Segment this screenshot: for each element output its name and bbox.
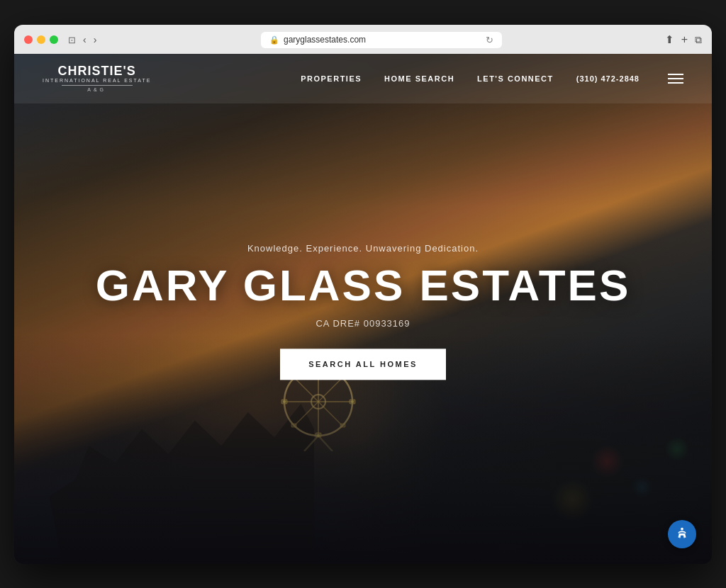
navbar: CHRISTIE'S INTERNATIONAL REAL ESTATE A&G… xyxy=(14,54,712,103)
minimize-button[interactable] xyxy=(37,35,45,44)
nav-links: PROPERTIES HOME SEARCH LET'S CONNECT (31… xyxy=(301,74,683,84)
new-tab-icon[interactable]: + xyxy=(681,33,688,46)
webpage: CHRISTIE'S INTERNATIONAL REAL ESTATE A&G… xyxy=(14,54,712,564)
search-all-homes-button[interactable]: SEARCH ALL HOMES xyxy=(280,349,446,380)
hero-title: GARY GLASS ESTATES xyxy=(14,262,712,308)
hero-content: Knowledge. Experience. Unwavering Dedica… xyxy=(14,243,712,380)
traffic-lights xyxy=(24,35,58,44)
nav-phone[interactable]: (310) 472-2848 xyxy=(576,74,640,83)
address-bar[interactable]: 🔒 garyglassestates.com ↻ xyxy=(261,32,502,48)
browser-window: ⊡ ‹ › 🔒 garyglassestates.com ↻ ⬆ + ⧉ xyxy=(14,25,712,564)
accessibility-button[interactable] xyxy=(668,520,696,548)
lock-icon: 🔒 xyxy=(269,35,279,45)
hero-tagline: Knowledge. Experience. Unwavering Dedica… xyxy=(14,243,712,254)
browser-chrome: ⊡ ‹ › 🔒 garyglassestates.com ↻ ⬆ + ⧉ xyxy=(14,25,712,54)
logo-sub-text: INTERNATIONAL REAL ESTATE xyxy=(43,77,151,84)
nav-lets-connect[interactable]: LET'S CONNECT xyxy=(477,74,554,83)
logo[interactable]: CHRISTIE'S INTERNATIONAL REAL ESTATE A&G xyxy=(43,64,151,93)
back-button[interactable]: ‹ xyxy=(82,33,88,47)
logo-main-text: CHRISTIE'S xyxy=(58,64,136,77)
sidebar-toggle-icon[interactable]: ⊡ xyxy=(67,33,77,47)
share-icon[interactable]: ⬆ xyxy=(665,33,674,46)
accessibility-icon xyxy=(674,526,690,542)
forward-button[interactable]: › xyxy=(92,33,99,47)
refresh-icon[interactable]: ↻ xyxy=(486,35,493,45)
hero-dre: CA DRE# 00933169 xyxy=(14,318,712,329)
close-button[interactable] xyxy=(24,35,33,44)
svg-point-24 xyxy=(681,527,683,530)
logo-brand-text: A&G xyxy=(87,87,106,92)
logo-divider xyxy=(62,85,133,86)
nav-home-search[interactable]: HOME SEARCH xyxy=(384,74,454,83)
window-controls: ⊡ ‹ › xyxy=(67,33,98,47)
hamburger-menu-icon[interactable] xyxy=(668,74,683,84)
nav-properties[interactable]: PROPERTIES xyxy=(301,74,362,83)
maximize-button[interactable] xyxy=(50,35,58,44)
browser-actions: ⬆ + ⧉ xyxy=(665,33,702,46)
url-text: garyglassestates.com xyxy=(284,35,366,45)
tabs-icon[interactable]: ⧉ xyxy=(695,34,702,46)
address-bar-container: 🔒 garyglassestates.com ↻ xyxy=(106,32,656,48)
